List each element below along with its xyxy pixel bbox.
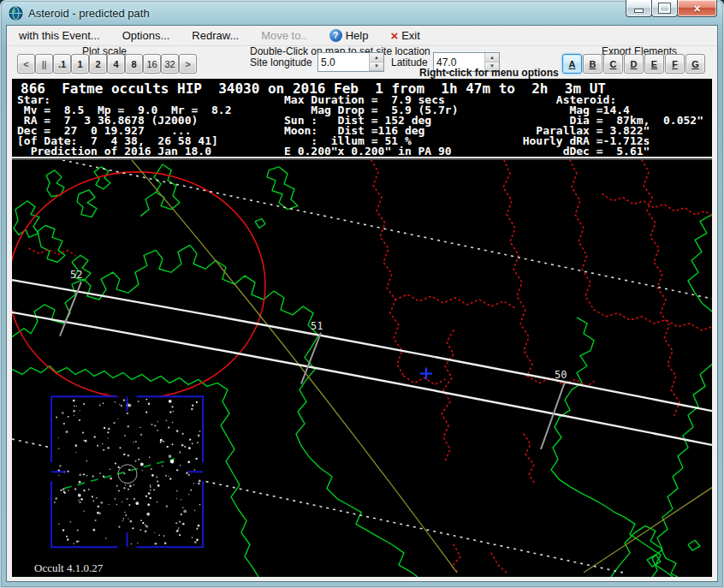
scale-step-left-button[interactable]: < [17, 54, 35, 74]
star [118, 490, 120, 492]
star [79, 502, 80, 503]
star [115, 498, 116, 500]
scale-step-right-button[interactable]: > [179, 54, 197, 74]
star [92, 475, 94, 477]
star [135, 460, 137, 462]
star [149, 457, 151, 459]
star [166, 419, 168, 421]
tick-label: 51 [311, 320, 323, 332]
spin-down-icon[interactable]: ▼ [370, 62, 383, 72]
star [123, 518, 124, 519]
star [115, 462, 116, 464]
star [169, 411, 171, 413]
star [78, 541, 80, 542]
menu-item-help[interactable]: ?Help [329, 29, 369, 42]
star [74, 488, 77, 490]
menu-item-options[interactable]: Options... [122, 29, 170, 42]
star [157, 502, 158, 503]
spin-up-icon[interactable]: ▲ [370, 53, 383, 62]
star [178, 527, 180, 529]
star [62, 412, 64, 414]
star [192, 442, 193, 444]
star [83, 403, 86, 405]
star [75, 452, 76, 453]
prediction-map[interactable]: 866 Fatme occults HIP 34030 on 2016 Feb … [12, 79, 712, 577]
star [86, 460, 87, 461]
star [86, 475, 88, 477]
coastline [140, 193, 156, 217]
coastline [154, 164, 180, 210]
menu-bar: with this Event...Options...Redraw...Mov… [7, 26, 717, 46]
prediction-map-canvas[interactable]: 525150 [12, 160, 712, 577]
menu-item-redraw[interactable]: Redraw... [192, 29, 239, 42]
spin-up-icon[interactable]: ▲ [485, 53, 499, 62]
star [188, 447, 191, 449]
export-b-button[interactable]: B [583, 54, 602, 74]
star [93, 529, 96, 532]
star [198, 483, 200, 485]
scale-16-button[interactable]: 16 [143, 54, 161, 74]
star [67, 538, 68, 540]
star [150, 486, 151, 488]
star [66, 536, 68, 538]
star [128, 469, 130, 471]
star [192, 405, 193, 407]
site-longitude-input[interactable] [318, 53, 369, 71]
scale-8-button[interactable]: 8 [125, 54, 143, 74]
star [114, 401, 116, 403]
export-c-button[interactable]: C [603, 54, 623, 74]
button-label: G [691, 59, 699, 69]
scale-32-button[interactable]: 32 [161, 54, 179, 74]
star [198, 435, 200, 437]
star [154, 532, 155, 533]
star [121, 405, 122, 407]
star [173, 411, 175, 413]
star [122, 502, 122, 502]
export-f-button[interactable]: F [665, 54, 685, 74]
star [165, 475, 167, 477]
export-e-button[interactable]: E [644, 54, 664, 74]
close-button[interactable]: × [677, 0, 717, 17]
star [96, 497, 98, 499]
star [140, 520, 142, 521]
scale-1-button[interactable]: 1 [71, 54, 89, 74]
star [189, 439, 191, 441]
scale-1-button[interactable]: .1 [53, 54, 71, 74]
star [160, 439, 163, 442]
star [135, 502, 139, 505]
star [74, 415, 74, 416]
menu-item-with-this-event[interactable]: with this Event... [19, 29, 100, 42]
export-d-button[interactable]: D [624, 54, 644, 74]
star [194, 510, 196, 512]
star [84, 510, 86, 512]
scale-4-button[interactable]: 4 [107, 54, 125, 74]
export-a-button[interactable]: A [562, 54, 582, 74]
titlebar[interactable]: Asteroid - predicted path × [0, 0, 724, 26]
star [164, 542, 167, 543]
inset-background [51, 396, 203, 547]
menu-item-exit[interactable]: ×Exit [390, 29, 419, 42]
star [74, 406, 75, 407]
scale-pause-button[interactable]: || [35, 54, 53, 74]
maximize-button[interactable] [651, 0, 678, 17]
toolbar: Plot scale Double-Click on map to set si… [7, 45, 717, 79]
star [175, 522, 177, 524]
button-label: F [672, 59, 678, 69]
event-info: Max Duration = 7.9 secs Mag Drop = 5.9 (… [284, 95, 459, 157]
site-longitude-label: Site longitude [250, 56, 312, 68]
star [145, 526, 148, 528]
star [113, 422, 115, 424]
star [62, 529, 64, 531]
coastline [688, 215, 712, 312]
context-hint-label: Right-click for menu options [419, 67, 559, 79]
star [54, 502, 56, 503]
scale-2-button[interactable]: 2 [89, 54, 107, 74]
star [82, 431, 84, 433]
minimize-button[interactable] [626, 0, 652, 17]
star [169, 400, 172, 403]
star [179, 534, 181, 536]
star [193, 483, 195, 484]
star [184, 446, 186, 448]
export-g-button[interactable]: G [685, 54, 705, 74]
client-area: with this Event...Options...Redraw...Mov… [7, 26, 717, 581]
